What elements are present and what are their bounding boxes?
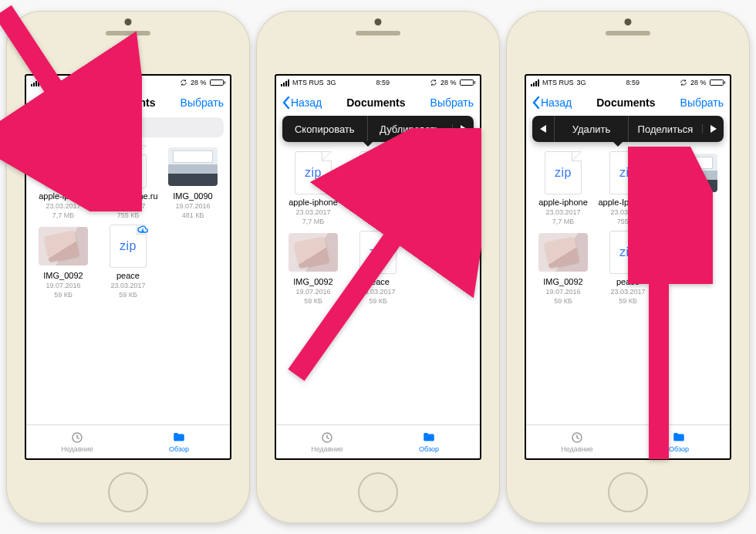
- zip-file-icon: zip: [609, 231, 646, 274]
- select-button[interactable]: Выбрать: [430, 96, 474, 109]
- file-date: 23.03.2017: [110, 282, 145, 290]
- clock-icon: [319, 431, 335, 444]
- signal-icon: [281, 79, 289, 86]
- file-item[interactable]: IMG_0092 19.07.2016 59 КБ: [282, 231, 344, 306]
- triangle-right-icon: [460, 124, 467, 134]
- cloud-download-icon: [636, 230, 649, 241]
- file-item[interactable]: zip peace 23.03.2017 59 КБ: [97, 225, 159, 299]
- file-name: apple-iphone: [289, 198, 338, 208]
- file-name: apple-iphone: [39, 191, 88, 201]
- tab-browse-label: Обзор: [169, 445, 189, 453]
- menu-prev[interactable]: [532, 124, 554, 134]
- phone-frame-1: MTS RUS 3G 8:58 28 % Назад Documents Выб…: [6, 11, 250, 523]
- file-date: 23.03.2017: [46, 202, 80, 211]
- file-item[interactable]: zip apple-Iphone.ru 23.03.2017 755 КБ: [347, 151, 409, 226]
- tab-recent-label: Недавние: [561, 445, 592, 453]
- file-item[interactable]: IMG_0092 19.07.2016 59 КБ: [532, 231, 594, 306]
- nav-bar: Назад Documents Выбрать: [526, 90, 730, 116]
- file-size: 59 КБ: [304, 297, 322, 306]
- svg-point-0: [40, 124, 45, 129]
- file-item[interactable]: zip apple-iphone 23.03.2017 7,7 МБ: [282, 151, 344, 226]
- search-icon: [39, 123, 48, 132]
- file-item[interactable]: zip apple-iphone 23.03.2017 7,7 МБ: [32, 145, 94, 220]
- search-input[interactable]: Поиск: [32, 117, 224, 137]
- file-date: 23.03.2017: [360, 288, 395, 296]
- tab-recent[interactable]: Недавние: [526, 425, 628, 458]
- file-grid: Скопировать Дублировать zip apple-iphone…: [276, 116, 480, 424]
- carrier-label: MTS RUS: [42, 79, 74, 86]
- file-size: 481 КБ: [682, 218, 704, 226]
- file-date: 19.07.2016: [425, 208, 460, 217]
- menu-copy[interactable]: Скопировать: [282, 116, 367, 142]
- chevron-left-icon: [282, 96, 290, 109]
- select-button[interactable]: Выбрать: [181, 96, 224, 109]
- file-item[interactable]: zip peace 23.03.2017 59 КБ: [597, 231, 659, 306]
- status-bar: MTS RUS 3G 8:58 28 %: [26, 76, 230, 90]
- page-title: Documents: [346, 96, 405, 109]
- battery-icon: [210, 79, 226, 86]
- file-item[interactable]: IMG_0092 19.07.2016 59 КБ: [32, 225, 94, 299]
- page-title: Documents: [96, 96, 155, 109]
- back-button[interactable]: Назад: [32, 96, 72, 109]
- chevron-left-icon: [532, 96, 540, 109]
- network-label: 3G: [577, 79, 586, 86]
- menu-duplicate[interactable]: Дублировать: [367, 116, 453, 142]
- phone-frame-3: MTS RUS 3G 8:59 28 % Назад Documents Выб…: [506, 11, 750, 523]
- file-item[interactable]: IMG_0090 19.07.2016 481 КБ: [662, 151, 724, 226]
- file-date: 23.03.2017: [545, 208, 580, 217]
- back-button[interactable]: Назад: [282, 96, 322, 109]
- file-item[interactable]: zip apple-Iphone.ru 23.03.2017 755 КБ: [97, 145, 159, 220]
- menu-share[interactable]: Поделиться: [628, 116, 702, 142]
- clock-icon: [569, 431, 585, 444]
- network-label: 3G: [77, 79, 86, 86]
- tab-bar: Недавние Обзор: [276, 424, 480, 458]
- folder-icon: [171, 431, 187, 444]
- tab-browse[interactable]: Обзор: [128, 425, 230, 458]
- file-item[interactable]: IMG_0090 19.07.2016 481 КБ: [162, 145, 224, 220]
- cloud-download-icon: [137, 224, 149, 235]
- clock-icon: [69, 431, 85, 444]
- file-item[interactable]: IMG_0090 19.07.2016 481 КБ: [412, 151, 474, 226]
- file-size: 481 КБ: [432, 218, 454, 226]
- zip-file-icon: zip: [110, 145, 147, 188]
- tab-browse[interactable]: Обзор: [378, 425, 480, 458]
- home-button[interactable]: [108, 472, 148, 512]
- file-date: 19.07.2016: [175, 202, 210, 211]
- battery-pct: 28 %: [191, 79, 207, 86]
- folder-icon: [671, 431, 687, 444]
- tab-recent-label: Недавние: [311, 445, 343, 453]
- screen: MTS RUS 3G 8:58 28 % Назад Documents Выб…: [25, 74, 231, 460]
- file-name: IMG_0090: [673, 198, 712, 208]
- file-name: IMG_0092: [293, 277, 332, 287]
- file-name: IMG_0090: [173, 191, 212, 201]
- image-thumbnail: [39, 227, 88, 265]
- back-button[interactable]: Назад: [532, 96, 572, 109]
- file-size: 7,7 МБ: [302, 218, 324, 226]
- menu-delete[interactable]: Удалить: [554, 116, 628, 142]
- tab-browse[interactable]: Обзор: [628, 425, 730, 458]
- file-item[interactable]: zip apple-Iphone.ru 23.03.2017 755 КБ: [597, 151, 659, 226]
- file-date: 19.07.2016: [46, 282, 80, 290]
- menu-next[interactable]: [452, 124, 474, 134]
- tab-browse-label: Обзор: [669, 445, 689, 453]
- menu-next[interactable]: [702, 124, 724, 134]
- svg-line-1: [45, 129, 47, 131]
- search-placeholder: Поиск: [52, 122, 80, 134]
- file-date: 23.03.2017: [610, 288, 645, 296]
- file-item[interactable]: zip peace 23.03.2017 59 КБ: [347, 231, 409, 306]
- home-button[interactable]: [358, 472, 398, 512]
- cloud-download-icon: [386, 230, 399, 241]
- home-button[interactable]: [608, 472, 648, 512]
- file-size: 755 КБ: [367, 218, 390, 226]
- tab-recent[interactable]: Недавние: [26, 425, 128, 458]
- select-button[interactable]: Выбрать: [680, 96, 724, 109]
- file-size: 59 КБ: [119, 291, 137, 299]
- tab-browse-label: Обзор: [419, 445, 439, 453]
- context-menu: Удалить Поделиться: [532, 116, 724, 142]
- file-item[interactable]: zip apple-iphone 23.03.2017 7,7 МБ: [532, 151, 594, 226]
- file-name: peace: [366, 277, 390, 287]
- triangle-left-icon: [539, 124, 547, 134]
- page-title: Documents: [596, 96, 655, 109]
- file-size: 59 КБ: [554, 297, 572, 306]
- tab-recent[interactable]: Недавние: [276, 425, 378, 458]
